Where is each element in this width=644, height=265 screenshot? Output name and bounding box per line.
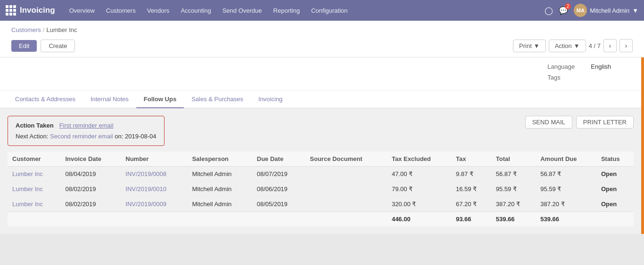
action-chevron-icon: ▼: [574, 42, 580, 49]
tab-follow-ups[interactable]: Follow Ups: [136, 91, 184, 108]
send-mail-button[interactable]: SEND MAIL: [525, 116, 572, 128]
edit-button[interactable]: Edit: [11, 40, 37, 52]
totals-row: 446.00 93.66 539.66 539.66: [8, 212, 634, 227]
cell-salesperson-1: Mitchell Admin: [187, 182, 252, 197]
navbar-brand[interactable]: Invoicing: [6, 5, 55, 16]
cell-customer-1[interactable]: Lumber Inc: [8, 182, 61, 197]
language-label: Language: [547, 63, 585, 70]
cell-source-document-2: [305, 197, 387, 212]
tabs: Contacts & Addresses Internal Notes Foll…: [0, 91, 641, 108]
cell-salesperson-0: Mitchell Admin: [187, 167, 252, 182]
col-number: Number: [121, 152, 187, 167]
breadcrumb-current: Lumber Inc: [46, 26, 77, 33]
cell-number-2[interactable]: INV/2019/0009: [121, 197, 187, 212]
pagination-info: 4 / 7: [589, 42, 601, 49]
cell-tax-2: 67.20 ₹: [451, 197, 491, 212]
col-due-date: Due Date: [252, 152, 305, 167]
action-area: Action Taken First reminder email Next A…: [8, 116, 634, 152]
tab-invoicing[interactable]: Invoicing: [251, 91, 290, 108]
next-action-date: 2019-08-04: [125, 133, 157, 140]
cell-invoice-date-1: 08/02/2019: [61, 182, 121, 197]
toolbar-right: Print ▼ Action ▼ 4 / 7 ‹ ›: [513, 39, 633, 52]
cell-due-date-1: 08/06/2019: [252, 182, 305, 197]
nav-accounting[interactable]: Accounting: [176, 4, 215, 17]
print-label: Print: [519, 42, 532, 49]
totals-empty: [8, 212, 387, 227]
follow-ups-content: Action Taken First reminder email Next A…: [0, 108, 641, 234]
avatar: MA: [574, 4, 587, 17]
col-source-document: Source Document: [305, 152, 387, 167]
col-invoice-date: Invoice Date: [61, 152, 121, 167]
next-action-label: Next Action:: [16, 133, 48, 140]
cell-number-1[interactable]: INV/2019/0010: [121, 182, 187, 197]
cell-amount-due-1: 95.59 ₹: [536, 182, 596, 197]
nav-customers[interactable]: Customers: [101, 4, 140, 17]
orange-status-bar: [641, 57, 644, 234]
tab-contacts[interactable]: Contacts & Addresses: [8, 91, 83, 108]
next-action-link[interactable]: Second reminder email: [50, 133, 113, 140]
print-button[interactable]: Print ▼: [513, 40, 546, 52]
page-header: Customers / Lumber Inc Edit Create Print…: [0, 21, 644, 57]
notifications-badge: 2: [565, 3, 571, 9]
app-title: Invoicing: [20, 6, 55, 15]
col-tax-excluded: Tax Excluded: [387, 152, 451, 167]
col-amount-due: Amount Due: [536, 152, 596, 167]
form-inner: Language English Tags Contacts & Address…: [0, 57, 641, 234]
create-button[interactable]: Create: [41, 40, 75, 52]
table-header-row: Customer Invoice Date Number Salesperson…: [8, 152, 634, 167]
invoice-table: Customer Invoice Date Number Salesperson…: [8, 152, 634, 226]
print-letter-button[interactable]: PRINT LETTER: [576, 116, 634, 128]
print-chevron-icon: ▼: [534, 42, 540, 49]
breadcrumb-parent[interactable]: Customers: [11, 26, 41, 33]
cell-invoice-date-0: 08/04/2019: [61, 167, 121, 182]
action-taken-value[interactable]: First reminder email: [59, 122, 114, 129]
language-value: English: [591, 63, 611, 70]
user-name: Mitchell Admin: [590, 7, 629, 14]
col-tax: Tax: [451, 152, 491, 167]
grid-icon: [6, 5, 16, 16]
cell-source-document-1: [305, 182, 387, 197]
cell-status-0: Open: [596, 167, 634, 182]
table-row: Lumber Inc 08/02/2019 INV/2019/0010 Mitc…: [8, 182, 634, 197]
cell-number-0[interactable]: INV/2019/0008: [121, 167, 187, 182]
cell-amount-due-2: 387.20 ₹: [536, 197, 596, 212]
cell-customer-2[interactable]: Lumber Inc: [8, 197, 61, 212]
tags-label: Tags: [547, 74, 585, 81]
cell-total-2: 387.20 ₹: [491, 197, 536, 212]
nav-overview[interactable]: Overview: [65, 4, 99, 17]
mail-actions: SEND MAIL PRINT LETTER: [525, 116, 634, 128]
chevron-down-icon: ▼: [632, 7, 638, 14]
totals-amount-due: 539.66: [536, 212, 596, 227]
cell-total-0: 56.87 ₹: [491, 167, 536, 182]
prev-button[interactable]: ‹: [603, 39, 617, 52]
action-label: Action: [555, 42, 572, 49]
cell-tax-excluded-0: 47.00 ₹: [387, 167, 451, 182]
tab-sales-purchases[interactable]: Sales & Purchases: [184, 91, 251, 108]
user-menu[interactable]: MA Mitchell Admin ▼: [574, 4, 638, 17]
tab-internal-notes[interactable]: Internal Notes: [83, 91, 136, 108]
form-wrapper: Language English Tags Contacts & Address…: [0, 57, 644, 234]
cell-due-date-2: 08/05/2019: [252, 197, 305, 212]
clock-icon[interactable]: ◯: [545, 6, 553, 15]
action-button[interactable]: Action ▼: [549, 40, 586, 52]
nav-send-overdue[interactable]: Send Overdue: [218, 4, 267, 17]
breadcrumb: Customers / Lumber Inc: [11, 24, 633, 35]
action-taken-label: Action Taken: [16, 122, 54, 129]
table-row: Lumber Inc 08/04/2019 INV/2019/0008 Mitc…: [8, 167, 634, 182]
cell-tax-0: 9.87 ₹: [451, 167, 491, 182]
col-total: Total: [491, 152, 536, 167]
next-button[interactable]: ›: [619, 39, 633, 52]
totals-tax: 93.66: [451, 212, 491, 227]
nav-configuration[interactable]: Configuration: [306, 4, 352, 17]
chat-icon[interactable]: 💬 2: [559, 6, 568, 15]
col-salesperson: Salesperson: [187, 152, 252, 167]
next-action: Next Action: Second reminder email on: 2…: [16, 133, 157, 140]
nav-reporting[interactable]: Reporting: [269, 4, 305, 17]
table-row: Lumber Inc 08/02/2019 INV/2019/0009 Mitc…: [8, 197, 634, 212]
nav-vendors[interactable]: Vendors: [142, 4, 174, 17]
action-taken-box: Action Taken First reminder email Next A…: [8, 116, 165, 146]
cell-due-date-0: 08/07/2019: [252, 167, 305, 182]
cell-customer-0[interactable]: Lumber Inc: [8, 167, 61, 182]
cell-status-1: Open: [596, 182, 634, 197]
cell-total-1: 95.59 ₹: [491, 182, 536, 197]
